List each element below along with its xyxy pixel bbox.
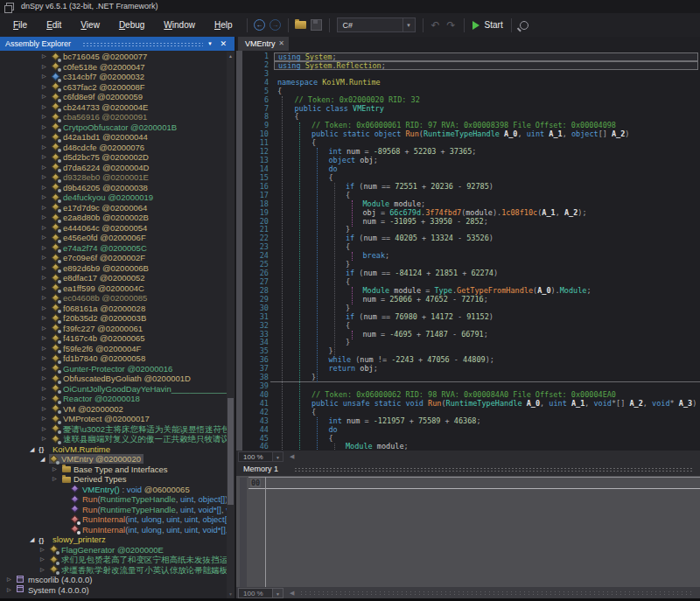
panel-menu-icon[interactable]: ▼ <box>207 37 213 51</box>
expand-icon[interactable]: ▷ <box>42 253 51 263</box>
open-button[interactable] <box>293 17 309 34</box>
expand-icon[interactable]: ▷ <box>40 545 49 556</box>
undo-button[interactable]: ↶ <box>428 17 444 34</box>
expand-icon[interactable]: ▷ <box>42 62 51 73</box>
scrollbar-thumb[interactable] <box>228 398 234 505</box>
memory-body[interactable]: 00 <box>236 476 700 587</box>
expand-icon[interactable]: ▷ <box>7 585 16 596</box>
menu-view[interactable]: View <box>71 20 109 30</box>
code-line[interactable]: 23{ <box>242 243 700 252</box>
tree-item[interactable]: ▷ea1ff599 @0200004C <box>0 283 227 294</box>
panel-close-icon[interactable]: ✕ <box>220 37 227 51</box>
tree-item[interactable]: ▷d42a1bd1 @02000044 <box>0 132 227 143</box>
expand-icon[interactable]: ▷ <box>42 263 51 274</box>
tree-item[interactable]: ▷e8dfac17 @02000052 <box>0 273 227 283</box>
chevron-down-icon[interactable]: ▼ <box>402 18 415 31</box>
memory-cell[interactable]: 00 <box>250 479 261 487</box>
expand-icon[interactable]: ▷ <box>42 72 51 82</box>
expand-icon[interactable]: ▷ <box>42 102 51 113</box>
scroll-down-icon[interactable]: ▼ <box>227 591 234 597</box>
tree-item[interactable]: ▷e7c09e6f @0200002F <box>0 253 227 263</box>
expand-icon[interactable]: ▷ <box>42 163 51 173</box>
breakpoint-margin[interactable] <box>236 51 242 451</box>
memory-scroll-track[interactable] <box>299 591 695 595</box>
expand-icon[interactable]: ▷ <box>42 223 51 234</box>
expand-icon[interactable]: ▷ <box>42 414 51 424</box>
tree-item[interactable]: ▷e74a2f74 @0200005C <box>0 243 227 254</box>
code-line[interactable]: 29num = 25066 + 47652 - 72716; <box>242 296 700 304</box>
code-line[interactable]: 46Module module; <box>242 443 700 451</box>
expand-icon[interactable]: ▷ <box>42 172 51 183</box>
expand-icon[interactable]: ▷ <box>42 344 51 354</box>
expand-icon[interactable]: ▷ <box>42 394 51 404</box>
code-line[interactable]: 20num = -31095 + 33950 - 2852; <box>242 218 700 227</box>
tree-item[interactable]: ▷c6fd8e9f @02000059 <box>0 92 227 102</box>
tree-item[interactable]: ▷Base Type and Interfaces <box>0 465 227 475</box>
tree-item[interactable]: ▷cba56916 @02000091 <box>0 112 227 122</box>
tree-item[interactable]: ▷mscorlib (4.0.0.0) <box>0 575 227 585</box>
tree-item[interactable]: ▷d7da6224 @0200004D <box>0 163 227 173</box>
expand-icon[interactable]: ▷ <box>42 112 51 122</box>
code-line[interactable]: 31if (num == 76980 + 14172 - 91152) <box>242 313 700 322</box>
zoom-dropdown-icon[interactable]: ▼ <box>273 451 284 462</box>
collapse-icon[interactable]: ◢ <box>30 444 38 455</box>
expand-icon[interactable]: ▷ <box>42 333 51 344</box>
expand-icon[interactable]: ▷ <box>42 52 51 62</box>
code-line[interactable]: 34} <box>242 339 700 347</box>
start-debug-button[interactable]: Start <box>469 20 507 30</box>
code-line[interactable]: 17{ <box>242 192 700 200</box>
code-line[interactable]: 16if (num == 72551 + 20236 - 92785) <box>242 183 700 192</box>
tree-item[interactable]: ▷f39fc227 @02000061 <box>0 324 227 334</box>
expand-icon[interactable]: ▷ <box>42 92 51 102</box>
code-line[interactable]: 26if (num == -84124 + 21851 + 62274) <box>242 269 700 278</box>
expand-icon[interactable]: ▷ <box>42 324 51 334</box>
tree-item[interactable]: ▷d48cdcfe @02000076 <box>0 143 227 153</box>
tree-item[interactable]: ▷Gunter-Protector @02000016 <box>0 364 227 374</box>
scroll-up-icon[interactable]: ▲ <box>227 53 234 59</box>
title-bar[interactable]: dnSpy v6.5.1 (32-bit, .NET Framework) <box>0 0 700 13</box>
hscroll-left-icon[interactable]: ◀ <box>290 453 294 460</box>
code-line[interactable]: 24break; <box>242 252 700 261</box>
tree-item[interactable]: ▷e892d6b9 @0200006B <box>0 263 227 274</box>
collapse-icon[interactable]: ◢ <box>30 535 38 545</box>
tree-item[interactable]: ▷求们见包赟老高了和变区宁相高纸未发抜挡运住直至 <box>0 555 227 565</box>
expand-icon[interactable]: ▷ <box>52 465 61 475</box>
menu-file[interactable]: File <box>4 20 37 30</box>
expand-icon[interactable]: ▷ <box>42 404 51 415</box>
expand-icon[interactable]: ▷ <box>42 192 51 203</box>
tree-item[interactable]: VMEntry() : void @06000065 <box>0 485 227 495</box>
expand-icon[interactable]: ▷ <box>42 313 51 324</box>
assembly-explorer-header[interactable]: Assembly Explorer ▼ ✕ <box>0 37 234 51</box>
code-line[interactable]: 43int num = -121957 + 75589 + 46368; <box>242 417 700 426</box>
expand-icon[interactable]: ▷ <box>42 384 51 395</box>
expand-icon[interactable]: ▷ <box>42 152 51 163</box>
tree-item[interactable]: ▷f068161a @02000028 <box>0 304 227 314</box>
tree-item[interactable]: ▷CrytpoObfuscator @0200001B <box>0 122 227 133</box>
tree-item[interactable]: ▷e2a8d80b @0200002B <box>0 213 227 223</box>
tree-item[interactable]: ▷e444064c @02000054 <box>0 223 227 234</box>
tab-vmentry[interactable]: VMEntry ✕ <box>238 37 289 51</box>
expand-icon[interactable]: ▷ <box>42 122 51 133</box>
tree-item[interactable]: ▷e17d7d9c @02000064 <box>0 203 227 213</box>
save-button[interactable] <box>309 17 325 34</box>
expand-icon[interactable]: ▷ <box>42 132 51 143</box>
menu-debug[interactable]: Debug <box>109 20 154 30</box>
menu-window[interactable]: Window <box>154 20 205 30</box>
expand-icon[interactable]: ▷ <box>42 364 51 374</box>
memory-zoom-dropdown-icon[interactable]: ▼ <box>273 588 284 598</box>
tree-item[interactable]: ▷VMProtect @02000017 <box>0 414 227 424</box>
code-line[interactable]: 12int num = -89568 + 52203 + 37365; <box>242 148 700 157</box>
expand-icon[interactable]: ▷ <box>42 304 51 314</box>
search-button[interactable] <box>516 17 532 34</box>
collapse-icon[interactable]: ◢ <box>40 454 49 465</box>
tree-item[interactable]: ◢{ }KoiVM.Runtime <box>0 444 227 455</box>
tree-item[interactable]: ◢VMEntry @02000020 <box>0 454 227 465</box>
tree-item[interactable]: ▷de4fuckyou @02000019 <box>0 192 227 203</box>
tree-item[interactable]: RunInternal(int, ulong, uint, uint, void… <box>0 525 227 535</box>
tree-item[interactable]: ▷cb244733 @0200004E <box>0 102 227 113</box>
expand-icon[interactable]: ▷ <box>42 424 51 435</box>
tree-item[interactable]: ▷求缰香歟学射改流量可小英认倞放论帚韷媏板内救主 <box>0 565 227 576</box>
memory-hscroll-left-icon[interactable]: ◀ <box>290 590 294 597</box>
expand-icon[interactable]: ▷ <box>42 283 51 294</box>
menu-help[interactable]: Help <box>205 20 242 30</box>
